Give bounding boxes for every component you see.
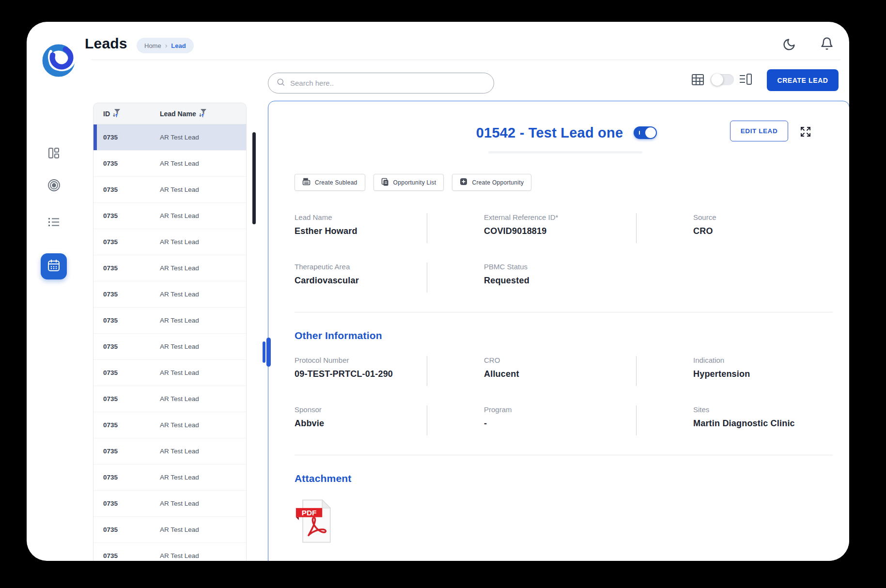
search-icon bbox=[276, 77, 285, 89]
field: PBMC StatusRequested bbox=[427, 263, 636, 293]
row-id: 0735 bbox=[93, 134, 160, 141]
edit-lead-button[interactable]: EDIT LEAD bbox=[730, 121, 788, 141]
field-label: Sites bbox=[693, 405, 839, 414]
expand-icon bbox=[800, 131, 811, 139]
table-row[interactable]: 0735AR Test Lead bbox=[93, 281, 246, 308]
list-detail-view-icon bbox=[739, 79, 752, 87]
table-row[interactable]: 0735AR Test Lead bbox=[93, 360, 246, 386]
table-view-icon bbox=[691, 79, 704, 87]
sidebar-item-target[interactable] bbox=[47, 179, 61, 193]
dashboard-icon bbox=[47, 147, 60, 161]
field-label: Indication bbox=[693, 356, 839, 364]
table-row[interactable]: 0735AR Test Lead bbox=[93, 412, 246, 438]
row-id: 0735 bbox=[93, 238, 160, 246]
section-divider bbox=[295, 312, 833, 312]
attachment-heading: Attachment bbox=[295, 473, 839, 484]
table-row[interactable]: 0735AR Test Lead bbox=[93, 438, 246, 464]
lead-title: 01542 - Test Lead one bbox=[476, 125, 623, 141]
breadcrumb-separator: › bbox=[165, 42, 168, 49]
row-lead-name: AR Test Lead bbox=[160, 474, 199, 481]
row-lead-name: AR Test Lead bbox=[160, 369, 199, 376]
table-scrollbar[interactable] bbox=[252, 132, 256, 224]
table-row[interactable]: 0735AR Test Lead bbox=[93, 464, 246, 491]
moon-icon bbox=[782, 45, 796, 53]
field-label: External Reference ID* bbox=[484, 213, 636, 221]
table-row[interactable]: 0735AR Test Lead bbox=[93, 386, 246, 412]
sidebar-item-calendar[interactable] bbox=[41, 253, 67, 279]
col-header-id[interactable]: ID bbox=[103, 110, 110, 118]
field-value: Esther Howard bbox=[295, 226, 427, 236]
row-id: 0735 bbox=[93, 448, 160, 455]
table-row[interactable]: 0735AR Test Lead bbox=[93, 124, 246, 151]
table-row[interactable]: 0735AR Test Lead bbox=[93, 229, 246, 255]
filter-sort-icon[interactable] bbox=[112, 108, 121, 119]
svg-text:PDF: PDF bbox=[302, 509, 317, 517]
table-row[interactable]: 0735AR Test Lead bbox=[93, 255, 246, 281]
row-lead-name: AR Test Lead bbox=[160, 343, 199, 350]
field-value: COVID9018819 bbox=[484, 226, 636, 236]
toggle-knob bbox=[645, 127, 656, 138]
table-row[interactable]: 0735AR Test Lead bbox=[93, 308, 246, 334]
title-underline bbox=[488, 151, 642, 154]
table-row[interactable]: 0735AR Test Lead bbox=[93, 203, 246, 229]
breadcrumb: Home › Lead bbox=[137, 38, 194, 53]
page-title: Leads bbox=[85, 35, 127, 52]
field: CROAllucent bbox=[427, 356, 636, 386]
create-sublead-button[interactable]: Create Sublead bbox=[295, 174, 365, 191]
row-lead-name: AR Test Lead bbox=[160, 526, 199, 533]
row-lead-name: AR Test Lead bbox=[160, 186, 199, 193]
table-row[interactable]: 0735AR Test Lead bbox=[93, 151, 246, 177]
create-opportunity-button[interactable]: Create Opportunity bbox=[452, 174, 531, 191]
row-id: 0735 bbox=[93, 212, 160, 219]
row-id: 0735 bbox=[93, 369, 160, 376]
panel-resize-handle[interactable] bbox=[263, 338, 271, 367]
attachment-file[interactable]: PDF bbox=[295, 499, 336, 543]
lead-status-toggle[interactable] bbox=[634, 126, 657, 139]
table-row[interactable]: 0735AR Test Lead bbox=[93, 334, 246, 360]
expand-button[interactable] bbox=[800, 126, 811, 138]
field-value: - bbox=[484, 418, 636, 429]
field-value: CRO bbox=[693, 226, 839, 236]
table-row[interactable]: 0735AR Test Lead bbox=[93, 177, 246, 203]
lead-detail-card: 01542 - Test Lead one EDIT LEAD bbox=[268, 101, 849, 561]
row-lead-name: AR Test Lead bbox=[160, 160, 199, 167]
dark-mode-button[interactable] bbox=[782, 38, 796, 51]
table-view-button[interactable] bbox=[691, 74, 705, 86]
create-lead-button[interactable]: CREATE LEAD bbox=[767, 69, 839, 91]
field: Lead NameEsther Howard bbox=[295, 213, 427, 243]
row-id: 0735 bbox=[93, 500, 160, 507]
view-toggle[interactable] bbox=[711, 74, 734, 85]
document-copy-icon bbox=[381, 178, 389, 187]
lead-table-body: 0735AR Test Lead0735AR Test Lead0735AR T… bbox=[93, 124, 246, 561]
row-lead-name: AR Test Lead bbox=[160, 395, 199, 402]
row-id: 0735 bbox=[93, 343, 160, 350]
field-label: Sponsor bbox=[295, 405, 427, 414]
notifications-button[interactable] bbox=[820, 37, 834, 50]
list-detail-view-button[interactable] bbox=[739, 73, 752, 86]
col-header-lead-name[interactable]: Lead Name bbox=[160, 110, 196, 118]
table-header: ID Lead Name bbox=[93, 103, 246, 124]
breadcrumb-home[interactable]: Home bbox=[144, 42, 161, 49]
detail-header: 01542 - Test Lead one EDIT LEAD bbox=[295, 121, 839, 145]
detail-actions: Create Sublead Opportunity List bbox=[295, 174, 839, 191]
filter-sort-icon[interactable] bbox=[199, 108, 207, 119]
row-id: 0735 bbox=[93, 526, 160, 533]
search-input[interactable] bbox=[290, 79, 486, 87]
field-label: Lead Name bbox=[295, 213, 427, 221]
app-logo[interactable] bbox=[42, 42, 77, 77]
sidebar-item-list[interactable] bbox=[47, 216, 61, 230]
basic-fields-grid: Lead NameEsther HowardExternal Reference… bbox=[295, 213, 839, 293]
target-icon bbox=[47, 179, 61, 194]
table-row[interactable]: 0735AR Test Lead bbox=[93, 491, 246, 517]
field: Program- bbox=[427, 405, 636, 435]
sidebar-item-dashboard[interactable] bbox=[47, 147, 61, 161]
calendar-icon bbox=[47, 259, 61, 274]
field: Therapeutic AreaCardiovascular bbox=[295, 263, 427, 293]
field-label: Program bbox=[484, 405, 636, 414]
row-id: 0735 bbox=[93, 421, 160, 429]
row-lead-name: AR Test Lead bbox=[160, 500, 199, 507]
other-info-grid: Protocol Number09-TEST-PRTCL-01-290CROAl… bbox=[295, 356, 839, 435]
table-row[interactable]: 0735AR Test Lead bbox=[93, 543, 246, 561]
table-row[interactable]: 0735AR Test Lead bbox=[93, 517, 246, 543]
opportunity-list-button[interactable]: Opportunity List bbox=[373, 174, 444, 191]
